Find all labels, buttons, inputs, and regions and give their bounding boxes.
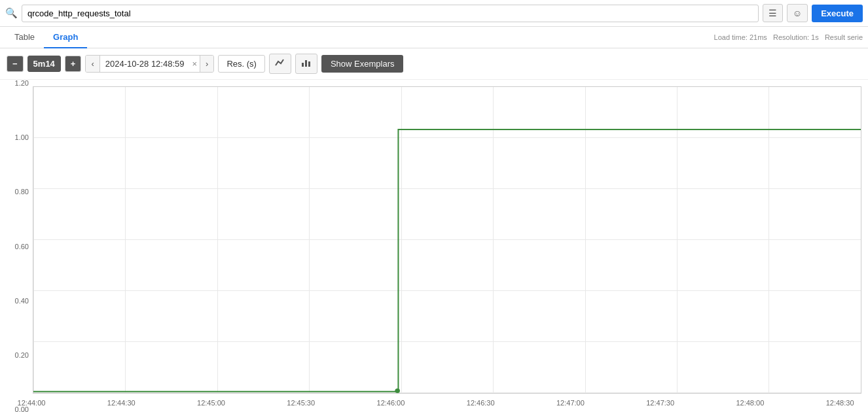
duration-decrease-button[interactable]: − <box>7 56 24 72</box>
svg-point-3 <box>395 388 400 393</box>
chart-svg <box>33 87 861 393</box>
datetime-next-button[interactable]: › <box>200 56 213 72</box>
tab-graph[interactable]: Graph <box>44 27 87 48</box>
chart-bar-icon <box>301 58 312 68</box>
resolution-button[interactable]: Res. (s) <box>218 55 265 73</box>
x-label-0: 12:44:00 <box>18 399 46 407</box>
x-label-1: 12:44:30 <box>107 399 136 407</box>
user-button[interactable]: ☺ <box>787 4 808 22</box>
datetime-display: 2024-10-28 12:48:59 <box>100 56 190 71</box>
datetime-input-wrap: ‹ 2024-10-28 12:48:59 × › <box>85 55 214 73</box>
x-label-3: 12:45:30 <box>287 399 315 407</box>
svg-rect-0 <box>302 63 304 67</box>
svg-rect-2 <box>308 61 310 67</box>
x-axis: 12:44:00 12:44:30 12:45:00 12:45:30 12:4… <box>31 399 868 412</box>
datetime-clear-button[interactable]: × <box>190 59 200 69</box>
y-label-0: 0.00 <box>0 406 29 412</box>
search-input[interactable] <box>22 5 759 22</box>
chart-container: 0.00 0.20 0.40 0.60 0.80 1.00 1.20 <box>0 80 868 412</box>
chart-line-button[interactable] <box>269 54 291 74</box>
y-label-5: 1.00 <box>0 134 29 141</box>
y-label-2: 0.40 <box>0 298 29 305</box>
x-label-9: 12:48:30 <box>826 399 854 407</box>
x-label-8: 12:48:00 <box>736 399 764 407</box>
tab-meta: Load time: 21ms Resolution: 1s Result se… <box>714 33 863 41</box>
datetime-prev-button[interactable]: ‹ <box>86 56 99 72</box>
y-label-4: 0.80 <box>0 188 29 196</box>
x-label-4: 12:46:00 <box>377 399 405 407</box>
result-series: Result serie <box>825 33 863 41</box>
tabs-row: Table Graph Load time: 21ms Resolution: … <box>0 27 868 48</box>
show-exemplars-button[interactable]: Show Exemplars <box>321 55 404 73</box>
y-axis: 0.00 0.20 0.40 0.60 0.80 1.00 1.20 <box>0 80 31 412</box>
search-bar: 🔍 ☰ ☺ Execute <box>0 0 868 27</box>
chart-bar-button[interactable] <box>295 54 317 74</box>
resolution: Resolution: 1s <box>773 33 819 41</box>
y-label-1: 0.20 <box>0 352 29 359</box>
duration-increase-button[interactable]: + <box>65 56 82 72</box>
grid-v-9 <box>861 87 861 393</box>
duration-label: 5m14 <box>27 56 61 72</box>
chart-line-icon <box>275 58 285 68</box>
search-icon: 🔍 <box>5 7 18 19</box>
tab-table[interactable]: Table <box>5 27 44 48</box>
execute-button[interactable]: Execute <box>812 5 863 22</box>
controls-row: − 5m14 + ‹ 2024-10-28 12:48:59 × › Res. … <box>0 48 868 80</box>
y-label-3: 0.60 <box>0 243 29 250</box>
load-time: Load time: 21ms <box>714 33 767 41</box>
x-label-6: 12:47:00 <box>556 399 585 407</box>
x-label-7: 12:47:30 <box>646 399 674 407</box>
chart-inner <box>33 86 861 394</box>
x-label-5: 12:46:30 <box>467 399 495 407</box>
y-label-6: 1.20 <box>0 80 29 87</box>
x-label-2: 12:45:00 <box>197 399 225 407</box>
format-button[interactable]: ☰ <box>763 4 783 22</box>
svg-rect-1 <box>305 60 307 67</box>
